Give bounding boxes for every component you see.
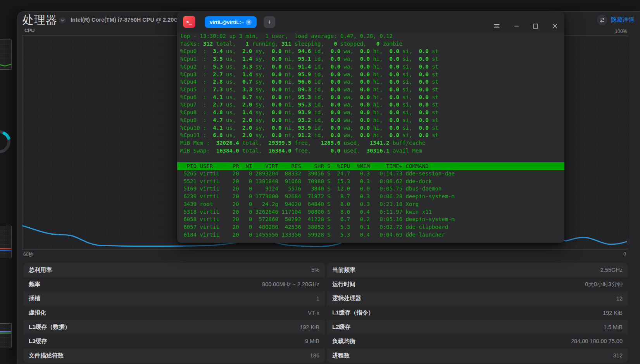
tab-close-icon[interactable]: ✕ (246, 19, 252, 25)
close-button[interactable] (548, 19, 562, 33)
terminal-titlebar[interactable]: >_ virtiL@virtiL:~ ✕ + (177, 12, 564, 33)
spec-label: L1缓存（指令） (332, 309, 374, 316)
spec-label: 负载均衡 (332, 338, 355, 345)
cpu-spec-table-right: 当前频率2.55GHz运行时间0天0小时3分钟逻辑处理器12L1缓存（指令）19… (327, 263, 628, 363)
terminal-line: %Cpu10 : 4.1 us, 2.0 sy, 0.0 ni, 93.9 id… (180, 124, 564, 132)
terminal-tab[interactable]: virtiL@virtiL:~ ✕ (205, 16, 257, 28)
terminal-line: %Cpu6 : 4.1 us, 0.7 sy, 0.0 ni, 95.3 id,… (180, 94, 564, 101)
terminal-line: %Cpu1 : 3.5 us, 1.4 sy, 0.0 ni, 95.1 id,… (180, 55, 564, 63)
maximize-button[interactable] (528, 19, 542, 33)
spec-value: 312 (613, 352, 623, 359)
spec-label: 文件描述符数 (29, 352, 64, 359)
spec-label: 频率 (29, 281, 40, 288)
chart-xaxis-left-label: 60秒 (23, 251, 33, 258)
spec-row: L1缓存（指令）192 KiB (327, 306, 628, 320)
chart-title: CPU (24, 28, 35, 33)
terminal-line: %Cpu0 : 3.4 us, 2.0 sy, 0.0 ni, 94.6 id,… (180, 48, 564, 55)
process-row: 6184 virtiL 20 0 1455556 133356 59928 S … (180, 231, 564, 239)
mini-chart-network[interactable] (0, 226, 12, 258)
spec-row: 频率800.00MHz ~ 2.20GHz (23, 277, 325, 292)
terminal-line: Tasks: 312 total, 1 running, 311 sleepin… (180, 40, 564, 48)
mini-gauge-memory[interactable] (0, 128, 16, 155)
terminal-line: %Cpu5 : 7.3 us, 3.3 sy, 0.0 ni, 89.3 id,… (180, 86, 564, 94)
hide-details-button[interactable]: 隐藏详情 (597, 15, 634, 25)
spec-row: 当前频率2.55GHz (327, 263, 628, 277)
terminal-line: %Cpu11 : 6.8 us, 2.0 sy, 0.0 ni, 91.2 id… (180, 132, 564, 139)
spec-row: 负载均衡284.00 180.00 75.00 (327, 334, 628, 349)
maximize-icon (533, 24, 538, 29)
process-row: 5265 virtiL 20 0 2893204 88332 39056 S 2… (180, 170, 564, 178)
spec-row: 总利用率5% (23, 263, 325, 277)
terminal-line: %Cpu7 : 2.7 us, 2.0 sy, 0.0 ni, 95.3 id,… (180, 101, 564, 109)
spec-row: 文件描述符数186 (23, 349, 325, 363)
process-row: 6057 virtiL 20 0 480280 42536 38052 S 5.… (180, 223, 564, 231)
process-row: 5521 virtiL 20 0 1391840 91068 70980 S 1… (180, 178, 564, 185)
spec-value: 0天0小时3分钟 (585, 281, 623, 288)
spec-row: 运行时间0天0小时3分钟 (327, 277, 628, 292)
terminal-line: %Cpu4 : 2.8 us, 0.7 sy, 0.0 ni, 96.6 id,… (180, 78, 564, 86)
terminal-line: %Cpu2 : 5.3 us, 3.3 sy, 0.0 ni, 91.4 id,… (180, 63, 564, 71)
spec-label: 虚拟化 (29, 309, 46, 316)
spec-value: 800.00MHz ~ 2.20GHz (262, 281, 319, 287)
spec-label: L3缓存 (29, 338, 47, 345)
spec-row: 虚拟化VT-x (23, 306, 325, 320)
terminal-line: %Cpu3 : 2.7 us, 1.4 sy, 0.0 ni, 95.9 id,… (180, 71, 564, 79)
terminal-window[interactable]: >_ virtiL@virtiL:~ ✕ + top - 13:30: (177, 12, 564, 243)
mini-chart-cpu[interactable] (0, 39, 12, 70)
page-title: 处理器 (22, 12, 57, 28)
spec-row: 逻辑处理器12 (327, 292, 628, 306)
spec-value: 2.55GHz (600, 267, 623, 273)
process-row: 6239 virtiL 20 0 1773000 92684 71872 S 8… (180, 193, 564, 201)
collapse-section-button[interactable] (59, 17, 66, 24)
spec-label: 进程数 (332, 352, 350, 359)
menu-icon (494, 24, 500, 28)
window-menu-button[interactable] (490, 19, 504, 33)
swap-arrows-icon (597, 15, 607, 25)
chart-xaxis-right-label: 0 (623, 251, 626, 257)
spec-label: 逻辑处理器 (332, 295, 361, 302)
top-table-header: PID USER PR NI VIRT RES SHR S %CPU %MEM … (177, 162, 564, 170)
cpu-model-label: Intel(R) Core(TM) i7-8750H CPU @ 2.20GHz (71, 17, 185, 23)
spec-value: 192 KiB (603, 310, 623, 316)
chart-ymax-label: 100% (615, 29, 627, 34)
spec-label: 当前频率 (332, 266, 355, 274)
spec-value: 1.5 MiB (604, 324, 623, 330)
spec-value: VT-x (308, 310, 319, 316)
terminal-tab-label: virtiL@virtiL:~ (210, 19, 244, 25)
spec-row: L3缓存9 MiB (23, 334, 325, 349)
minimize-icon (514, 26, 519, 27)
terminal-app-icon: >_ (183, 16, 195, 28)
spec-row: 进程数312 (327, 349, 628, 363)
process-row: 5318 virtiL 20 0 3262640 117104 90800 S … (180, 208, 564, 216)
spec-row: L2缓存1.5 MiB (327, 320, 628, 334)
spec-value: 5% (311, 267, 319, 273)
new-tab-button[interactable]: + (264, 16, 275, 28)
chevron-down-icon (61, 19, 64, 22)
spec-value: 186 (310, 352, 319, 359)
spec-row: L1缓存（数据）192 KiB (23, 320, 325, 334)
hide-details-label: 隐藏详情 (611, 16, 634, 24)
terminal-line: %Cpu8 : 4.8 us, 1.4 sy, 0.0 ni, 93.9 id,… (180, 109, 564, 117)
close-icon (552, 24, 557, 29)
spec-label: 总利用率 (29, 266, 52, 274)
terminal-line: %Cpu9 : 4.7 us, 2.0 sy, 0.0 ni, 93.2 id,… (180, 117, 564, 124)
terminal-line: MiB Swap: 16384.0 total, 16384.0 free, 0… (180, 147, 564, 155)
process-row: 6058 virtiL 20 0 572860 50292 41228 S 6.… (180, 216, 564, 223)
mini-chart-disk[interactable] (0, 323, 12, 348)
spec-label: L2缓存 (332, 323, 351, 331)
spec-label: 运行时间 (332, 281, 355, 288)
spec-value: 192 KiB (300, 324, 319, 330)
top-process-list[interactable]: 5265 virtiL 20 0 2893204 88332 39056 S 2… (180, 170, 564, 239)
minimize-button[interactable] (509, 19, 523, 33)
terminal-line: top - 13:30:02 up 3 min, 1 user, load av… (180, 33, 564, 40)
top-summary-output[interactable]: top - 13:30:02 up 3 min, 1 user, load av… (180, 33, 564, 155)
terminal-line: MiB Mem : 32026.4 total, 29399.5 free, 1… (180, 139, 564, 147)
spec-value: 12 (616, 295, 623, 302)
spec-value: 9 MiB (305, 338, 319, 344)
spec-row: 插槽1 (23, 292, 325, 306)
spec-label: 插槽 (29, 295, 40, 302)
spec-label: L1缓存（数据） (29, 323, 71, 331)
process-row: 5169 virtiL 20 0 9124 5576 3840 S 12.0 0… (180, 185, 564, 193)
process-row: 3439 root 20 0 24.2g 94020 64840 S 8.0 0… (180, 201, 564, 208)
spec-value: 284.00 180.00 75.00 (571, 338, 623, 344)
